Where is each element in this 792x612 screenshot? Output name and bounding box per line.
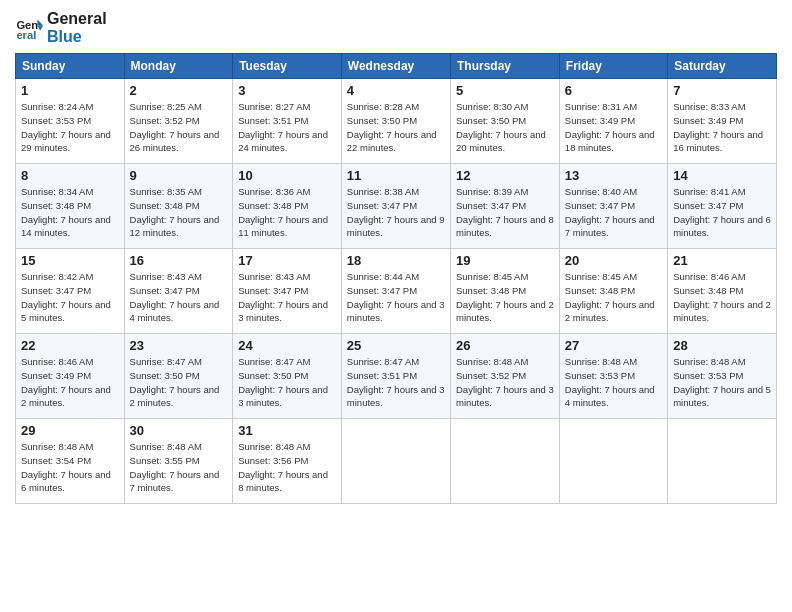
day-info: Sunrise: 8:48 AM Sunset: 3:53 PM Dayligh… — [673, 356, 771, 408]
day-number: 21 — [673, 253, 771, 268]
day-number: 20 — [565, 253, 662, 268]
col-header-tuesday: Tuesday — [233, 54, 342, 79]
day-number: 14 — [673, 168, 771, 183]
logo-text-line1: General — [47, 10, 107, 28]
day-number: 31 — [238, 423, 336, 438]
day-number: 7 — [673, 83, 771, 98]
day-info: Sunrise: 8:45 AM Sunset: 3:48 PM Dayligh… — [456, 271, 554, 323]
day-info: Sunrise: 8:48 AM Sunset: 3:56 PM Dayligh… — [238, 441, 328, 493]
logo-icon: Gen eral — [15, 14, 43, 42]
calendar-cell: 4 Sunrise: 8:28 AM Sunset: 3:50 PM Dayli… — [341, 79, 450, 164]
day-info: Sunrise: 8:41 AM Sunset: 3:47 PM Dayligh… — [673, 186, 771, 238]
day-info: Sunrise: 8:47 AM Sunset: 3:50 PM Dayligh… — [238, 356, 328, 408]
day-number: 2 — [130, 83, 228, 98]
day-number: 3 — [238, 83, 336, 98]
day-number: 5 — [456, 83, 554, 98]
col-header-monday: Monday — [124, 54, 233, 79]
calendar-cell: 19 Sunrise: 8:45 AM Sunset: 3:48 PM Dayl… — [451, 249, 560, 334]
day-number: 15 — [21, 253, 119, 268]
calendar-cell: 29 Sunrise: 8:48 AM Sunset: 3:54 PM Dayl… — [16, 419, 125, 504]
calendar-cell: 2 Sunrise: 8:25 AM Sunset: 3:52 PM Dayli… — [124, 79, 233, 164]
day-info: Sunrise: 8:24 AM Sunset: 3:53 PM Dayligh… — [21, 101, 111, 153]
calendar-cell — [559, 419, 667, 504]
calendar-cell: 11 Sunrise: 8:38 AM Sunset: 3:47 PM Dayl… — [341, 164, 450, 249]
day-info: Sunrise: 8:28 AM Sunset: 3:50 PM Dayligh… — [347, 101, 437, 153]
calendar-week-2: 8 Sunrise: 8:34 AM Sunset: 3:48 PM Dayli… — [16, 164, 777, 249]
calendar-cell — [451, 419, 560, 504]
day-number: 27 — [565, 338, 662, 353]
day-info: Sunrise: 8:30 AM Sunset: 3:50 PM Dayligh… — [456, 101, 546, 153]
day-info: Sunrise: 8:34 AM Sunset: 3:48 PM Dayligh… — [21, 186, 111, 238]
calendar-cell — [668, 419, 777, 504]
day-number: 24 — [238, 338, 336, 353]
col-header-friday: Friday — [559, 54, 667, 79]
col-header-thursday: Thursday — [451, 54, 560, 79]
day-number: 16 — [130, 253, 228, 268]
calendar-cell — [341, 419, 450, 504]
logo-text-line2: Blue — [47, 28, 107, 46]
day-info: Sunrise: 8:47 AM Sunset: 3:51 PM Dayligh… — [347, 356, 445, 408]
calendar-week-5: 29 Sunrise: 8:48 AM Sunset: 3:54 PM Dayl… — [16, 419, 777, 504]
day-number: 22 — [21, 338, 119, 353]
calendar-cell: 18 Sunrise: 8:44 AM Sunset: 3:47 PM Dayl… — [341, 249, 450, 334]
calendar-cell: 12 Sunrise: 8:39 AM Sunset: 3:47 PM Dayl… — [451, 164, 560, 249]
calendar-table: SundayMondayTuesdayWednesdayThursdayFrid… — [15, 53, 777, 504]
day-info: Sunrise: 8:47 AM Sunset: 3:50 PM Dayligh… — [130, 356, 220, 408]
calendar-cell: 31 Sunrise: 8:48 AM Sunset: 3:56 PM Dayl… — [233, 419, 342, 504]
day-number: 25 — [347, 338, 445, 353]
day-number: 9 — [130, 168, 228, 183]
calendar-cell: 10 Sunrise: 8:36 AM Sunset: 3:48 PM Dayl… — [233, 164, 342, 249]
calendar-cell: 28 Sunrise: 8:48 AM Sunset: 3:53 PM Dayl… — [668, 334, 777, 419]
day-info: Sunrise: 8:42 AM Sunset: 3:47 PM Dayligh… — [21, 271, 111, 323]
day-info: Sunrise: 8:39 AM Sunset: 3:47 PM Dayligh… — [456, 186, 554, 238]
calendar-cell: 23 Sunrise: 8:47 AM Sunset: 3:50 PM Dayl… — [124, 334, 233, 419]
day-number: 18 — [347, 253, 445, 268]
day-info: Sunrise: 8:48 AM Sunset: 3:52 PM Dayligh… — [456, 356, 554, 408]
day-info: Sunrise: 8:43 AM Sunset: 3:47 PM Dayligh… — [238, 271, 328, 323]
day-info: Sunrise: 8:48 AM Sunset: 3:54 PM Dayligh… — [21, 441, 111, 493]
logo: Gen eral General Blue — [15, 10, 107, 45]
day-info: Sunrise: 8:46 AM Sunset: 3:49 PM Dayligh… — [21, 356, 111, 408]
day-number: 28 — [673, 338, 771, 353]
header: Gen eral General Blue — [15, 10, 777, 45]
calendar-cell: 20 Sunrise: 8:45 AM Sunset: 3:48 PM Dayl… — [559, 249, 667, 334]
day-info: Sunrise: 8:35 AM Sunset: 3:48 PM Dayligh… — [130, 186, 220, 238]
day-info: Sunrise: 8:46 AM Sunset: 3:48 PM Dayligh… — [673, 271, 771, 323]
calendar-week-3: 15 Sunrise: 8:42 AM Sunset: 3:47 PM Dayl… — [16, 249, 777, 334]
page: Gen eral General Blue SundayMondayTuesda… — [0, 0, 792, 612]
calendar-cell: 16 Sunrise: 8:43 AM Sunset: 3:47 PM Dayl… — [124, 249, 233, 334]
calendar-cell: 27 Sunrise: 8:48 AM Sunset: 3:53 PM Dayl… — [559, 334, 667, 419]
day-number: 11 — [347, 168, 445, 183]
calendar-cell: 5 Sunrise: 8:30 AM Sunset: 3:50 PM Dayli… — [451, 79, 560, 164]
svg-marker-2 — [37, 19, 43, 25]
day-info: Sunrise: 8:33 AM Sunset: 3:49 PM Dayligh… — [673, 101, 763, 153]
calendar-cell: 13 Sunrise: 8:40 AM Sunset: 3:47 PM Dayl… — [559, 164, 667, 249]
day-info: Sunrise: 8:40 AM Sunset: 3:47 PM Dayligh… — [565, 186, 655, 238]
calendar-cell: 7 Sunrise: 8:33 AM Sunset: 3:49 PM Dayli… — [668, 79, 777, 164]
day-info: Sunrise: 8:45 AM Sunset: 3:48 PM Dayligh… — [565, 271, 655, 323]
calendar-cell: 1 Sunrise: 8:24 AM Sunset: 3:53 PM Dayli… — [16, 79, 125, 164]
day-number: 10 — [238, 168, 336, 183]
day-info: Sunrise: 8:38 AM Sunset: 3:47 PM Dayligh… — [347, 186, 445, 238]
calendar-cell: 25 Sunrise: 8:47 AM Sunset: 3:51 PM Dayl… — [341, 334, 450, 419]
day-info: Sunrise: 8:27 AM Sunset: 3:51 PM Dayligh… — [238, 101, 328, 153]
calendar-cell: 17 Sunrise: 8:43 AM Sunset: 3:47 PM Dayl… — [233, 249, 342, 334]
calendar-cell: 14 Sunrise: 8:41 AM Sunset: 3:47 PM Dayl… — [668, 164, 777, 249]
day-number: 19 — [456, 253, 554, 268]
calendar-cell: 30 Sunrise: 8:48 AM Sunset: 3:55 PM Dayl… — [124, 419, 233, 504]
calendar-week-4: 22 Sunrise: 8:46 AM Sunset: 3:49 PM Dayl… — [16, 334, 777, 419]
day-info: Sunrise: 8:44 AM Sunset: 3:47 PM Dayligh… — [347, 271, 445, 323]
day-number: 30 — [130, 423, 228, 438]
day-number: 17 — [238, 253, 336, 268]
day-info: Sunrise: 8:25 AM Sunset: 3:52 PM Dayligh… — [130, 101, 220, 153]
day-info: Sunrise: 8:36 AM Sunset: 3:48 PM Dayligh… — [238, 186, 328, 238]
day-number: 13 — [565, 168, 662, 183]
calendar-week-1: 1 Sunrise: 8:24 AM Sunset: 3:53 PM Dayli… — [16, 79, 777, 164]
day-number: 12 — [456, 168, 554, 183]
calendar-cell: 24 Sunrise: 8:47 AM Sunset: 3:50 PM Dayl… — [233, 334, 342, 419]
day-number: 26 — [456, 338, 554, 353]
day-info: Sunrise: 8:31 AM Sunset: 3:49 PM Dayligh… — [565, 101, 655, 153]
day-number: 29 — [21, 423, 119, 438]
calendar-cell: 21 Sunrise: 8:46 AM Sunset: 3:48 PM Dayl… — [668, 249, 777, 334]
col-header-wednesday: Wednesday — [341, 54, 450, 79]
